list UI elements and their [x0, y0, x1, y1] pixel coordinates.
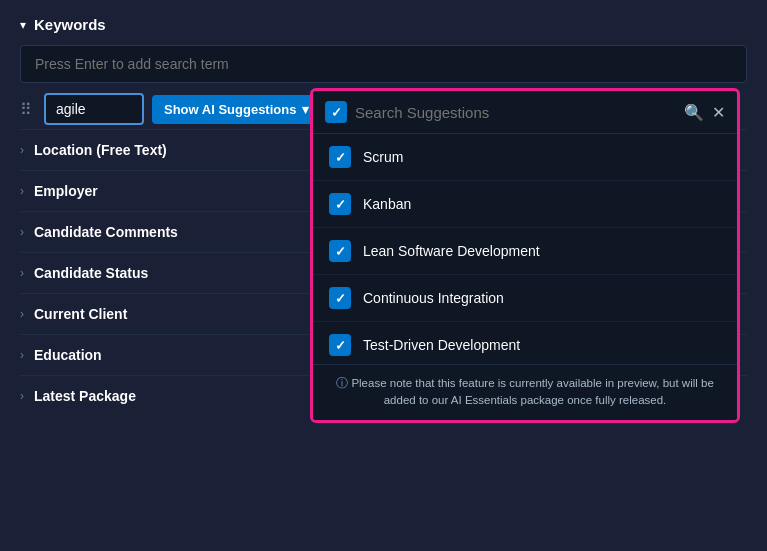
keywords-title: Keywords: [34, 16, 106, 33]
comments-chevron-icon: ›: [20, 225, 24, 239]
kanban-check-icon: ✓: [335, 197, 346, 212]
suggestion-item-tdd[interactable]: ✓ Test-Driven Development: [313, 322, 737, 364]
tdd-label: Test-Driven Development: [363, 337, 520, 353]
lean-label: Lean Software Development: [363, 243, 540, 259]
keywords-section-header: ▾ Keywords: [20, 16, 747, 33]
employer-label: Employer: [34, 183, 98, 199]
client-label: Current Client: [34, 306, 127, 322]
show-ai-suggestions-button[interactable]: Show AI Suggestions ▾: [152, 95, 321, 124]
education-chevron-icon: ›: [20, 348, 24, 362]
location-label: Location (Free Text): [34, 142, 167, 158]
footer-note-text: ⓘ Please note that this feature is curre…: [327, 375, 723, 410]
scrum-checkbox[interactable]: ✓: [329, 146, 351, 168]
scrum-label: Scrum: [363, 149, 403, 165]
suggestion-item-ci[interactable]: ✓ Continuous Integration: [313, 275, 737, 322]
suggestion-item-kanban[interactable]: ✓ Kanban: [313, 181, 737, 228]
tag-input[interactable]: [44, 93, 144, 125]
ci-check-icon: ✓: [335, 291, 346, 306]
suggestion-item-lean[interactable]: ✓ Lean Software Development: [313, 228, 737, 275]
suggestions-search-input[interactable]: [355, 104, 676, 121]
suggestions-close-icon[interactable]: ✕: [712, 103, 725, 122]
ci-checkbox[interactable]: ✓: [329, 287, 351, 309]
package-label: Latest Package: [34, 388, 136, 404]
show-ai-label: Show AI Suggestions: [164, 102, 296, 117]
client-chevron-icon: ›: [20, 307, 24, 321]
suggestions-list: ✓ Scrum ✓ Kanban ✓ Lean Software Develop…: [313, 134, 737, 364]
keyword-search-input[interactable]: [20, 45, 747, 83]
status-label: Candidate Status: [34, 265, 148, 281]
comments-label: Candidate Comments: [34, 224, 178, 240]
select-all-check-icon: ✓: [331, 105, 342, 120]
suggestions-footer: ⓘ Please note that this feature is curre…: [313, 364, 737, 420]
drag-handle-icon[interactable]: ⠿: [20, 100, 32, 119]
suggestions-search-icon: 🔍: [684, 103, 704, 122]
ci-label: Continuous Integration: [363, 290, 504, 306]
kanban-label: Kanban: [363, 196, 411, 212]
ai-btn-chevron-icon: ▾: [302, 102, 309, 117]
suggestions-header: ✓ 🔍 ✕: [313, 91, 737, 134]
tdd-checkbox[interactable]: ✓: [329, 334, 351, 356]
select-all-checkbox[interactable]: ✓: [325, 101, 347, 123]
lean-checkbox[interactable]: ✓: [329, 240, 351, 262]
status-chevron-icon: ›: [20, 266, 24, 280]
tdd-check-icon: ✓: [335, 338, 346, 353]
lean-check-icon: ✓: [335, 244, 346, 259]
footer-note-content: Please note that this feature is current…: [351, 377, 713, 406]
kanban-checkbox[interactable]: ✓: [329, 193, 351, 215]
suggestion-item-scrum[interactable]: ✓ Scrum: [313, 134, 737, 181]
info-icon: ⓘ: [336, 377, 348, 389]
package-chevron-icon: ›: [20, 389, 24, 403]
scrum-check-icon: ✓: [335, 150, 346, 165]
suggestions-panel: ✓ 🔍 ✕ ✓ Scrum ✓ Kanban ✓ Lean Software D…: [310, 88, 740, 423]
location-chevron-icon: ›: [20, 143, 24, 157]
education-label: Education: [34, 347, 102, 363]
keywords-chevron-icon[interactable]: ▾: [20, 18, 26, 32]
employer-chevron-icon: ›: [20, 184, 24, 198]
